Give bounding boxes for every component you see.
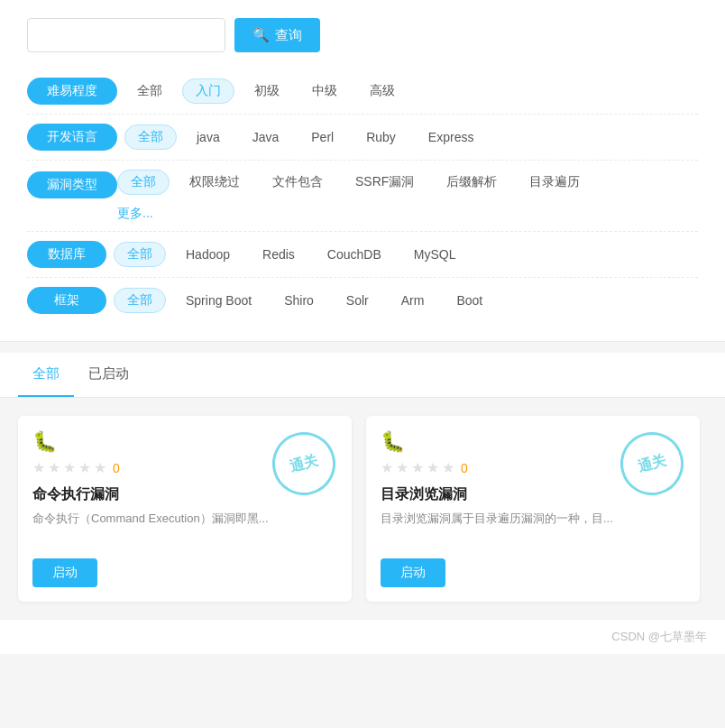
card-start-button[interactable]: 启动 — [32, 558, 97, 587]
filter-tag-2-2[interactable]: 文件包含 — [260, 170, 335, 194]
star-icon: ★ — [381, 459, 393, 476]
top-section: 🔍 查询 难易程度全部入门初级中级高级开发语言全部javaJavaPerlRub… — [0, 0, 725, 342]
filter-label-3: 数据库 — [27, 241, 106, 268]
filter-tag-0-2[interactable]: 初级 — [242, 79, 292, 103]
filter-tag-3-3[interactable]: CouchDB — [315, 244, 394, 265]
filter-row-0: 难易程度全部入门初级中级高级 — [27, 69, 698, 115]
filter-tag-1-0[interactable]: 全部 — [124, 124, 177, 150]
filter-label-0: 难易程度 — [27, 78, 117, 105]
filter-tag-1-4[interactable]: Ruby — [353, 126, 408, 148]
filter-row-1: 开发语言全部javaJavaPerlRubyExpress — [27, 115, 698, 161]
tabs-container: 全部已启动 — [18, 353, 707, 397]
filter-tag-1-2[interactable]: Java — [240, 126, 292, 148]
tab-1[interactable]: 已启动 — [74, 353, 143, 397]
card-count: 0 — [113, 461, 120, 475]
filter-row-2: 漏洞类型全部权限绕过文件包含SSRF漏洞后缀解析目录遍历更多... — [27, 161, 698, 232]
filter-more-2[interactable]: 更多... — [117, 206, 153, 222]
filter-tag-1-1[interactable]: java — [184, 126, 233, 148]
search-button-label: 查询 — [275, 27, 302, 44]
star-icon: ★ — [78, 459, 91, 476]
card-desc: 目录浏览漏洞属于目录遍历漏洞的一种，目... — [381, 510, 685, 546]
footer-text: CSDN @七草墨年 — [611, 630, 707, 643]
filter-tag-4-3[interactable]: Solr — [334, 290, 381, 311]
search-bar: 🔍 查询 — [27, 18, 698, 52]
card-desc: 命令执行（Command Execution）漏洞即黑... — [32, 510, 337, 546]
filter-tag-3-1[interactable]: Hadoop — [173, 244, 243, 265]
filter-tag-4-2[interactable]: Shiro — [271, 290, 326, 311]
star-icon: ★ — [63, 459, 76, 476]
star-icon: ★ — [411, 459, 424, 476]
filter-tag-0-4[interactable]: 高级 — [357, 79, 408, 103]
star-icon: ★ — [442, 459, 454, 476]
card-1: 🐛★★★★★0目录浏览漏洞目录浏览漏洞属于目录遍历漏洞的一种，目...启动通关 — [366, 416, 700, 602]
filter-tag-3-2[interactable]: Redis — [250, 244, 307, 265]
filter-label-1: 开发语言 — [27, 124, 117, 151]
filter-tag-2-1[interactable]: 权限绕过 — [177, 170, 252, 194]
csdn-footer: CSDN @七草墨年 — [0, 620, 725, 654]
stamp: 通关 — [272, 432, 335, 495]
filter-tag-0-3[interactable]: 中级 — [299, 79, 350, 103]
filter-tag-0-0[interactable]: 全部 — [124, 79, 175, 103]
card-start-button[interactable]: 启动 — [381, 558, 445, 587]
star-icon: ★ — [32, 459, 45, 476]
filter-tag-4-0[interactable]: 全部 — [114, 288, 166, 313]
filter-tag-3-0[interactable]: 全部 — [114, 242, 166, 267]
filter-label-4: 框架 — [27, 287, 106, 314]
filter-tag-1-3[interactable]: Perl — [298, 126, 346, 148]
stamp-label: 通关 — [613, 425, 691, 502]
filter-tag-4-4[interactable]: Arm — [389, 290, 437, 311]
stamp-label: 通关 — [265, 425, 343, 502]
card-0: 🐛★★★★★0命令执行漏洞命令执行（Command Execution）漏洞即黑… — [18, 416, 352, 602]
filter-tag-2-4[interactable]: 后缀解析 — [434, 170, 509, 194]
search-input[interactable] — [27, 18, 225, 52]
search-button[interactable]: 🔍 查询 — [234, 18, 320, 52]
filter-tag-2-5[interactable]: 目录遍历 — [517, 170, 592, 194]
stamp: 通关 — [620, 432, 684, 495]
cards-section: 🐛★★★★★0命令执行漏洞命令执行（Command Execution）漏洞即黑… — [0, 398, 725, 620]
filter-tag-2-3[interactable]: SSRF漏洞 — [343, 170, 427, 194]
filter-row-4: 框架全部Spring BootShiroSolrArmBoot — [27, 278, 698, 323]
filter-row-3: 数据库全部HadoopRedisCouchDBMySQL — [27, 232, 698, 278]
filter-tag-0-1[interactable]: 入门 — [182, 78, 234, 104]
star-icon: ★ — [94, 459, 106, 476]
filters-container: 难易程度全部入门初级中级高级开发语言全部javaJavaPerlRubyExpr… — [27, 69, 698, 323]
filter-tag-3-4[interactable]: MySQL — [401, 244, 469, 265]
star-icon: ★ — [396, 459, 408, 476]
filter-tag-1-5[interactable]: Express — [416, 126, 487, 148]
filter-tag-4-1[interactable]: Spring Boot — [173, 290, 264, 311]
star-icon: ★ — [48, 459, 60, 476]
search-icon: 🔍 — [252, 27, 270, 43]
filter-tags-wrap-2: 全部权限绕过文件包含SSRF漏洞后缀解析目录遍历更多... — [117, 170, 636, 222]
tab-0[interactable]: 全部 — [18, 353, 74, 397]
filter-label-2: 漏洞类型 — [27, 171, 117, 198]
card-count: 0 — [461, 461, 468, 475]
filter-tag-2-0[interactable]: 全部 — [117, 170, 170, 195]
filter-tag-4-5[interactable]: Boot — [444, 290, 495, 311]
star-icon: ★ — [427, 459, 439, 476]
tabs-section: 全部已启动 — [0, 353, 725, 398]
